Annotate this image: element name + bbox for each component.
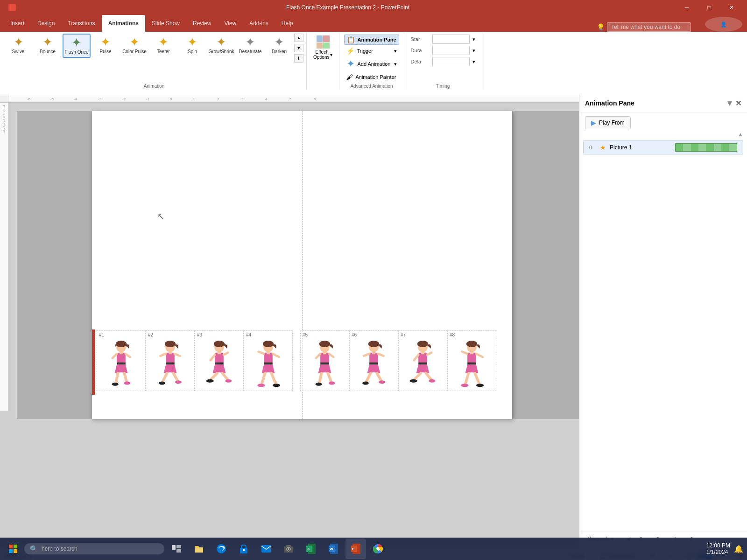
svg-rect-58 — [418, 362, 427, 364]
svg-point-44 — [329, 381, 335, 385]
tab-design[interactable]: Design — [31, 15, 61, 32]
figure-8[interactable]: #8 — [447, 330, 496, 391]
scroll-more-button[interactable]: ⬇ — [294, 54, 303, 63]
desaturate-icon: ✦ — [245, 36, 255, 48]
play-from-button[interactable]: ▶ Play From — [585, 116, 631, 129]
taskbar-camera[interactable] — [278, 539, 299, 559]
figure-2[interactable]: #2 — [146, 330, 195, 391]
svg-rect-82 — [261, 545, 271, 553]
start-input[interactable] — [432, 35, 470, 44]
svg-point-43 — [316, 382, 322, 385]
user-avatar: 👤 — [705, 17, 742, 32]
animation-painter-icon: 🖌 — [346, 73, 353, 81]
figure-6[interactable]: #6 — [349, 330, 398, 391]
animation-grow-shrink[interactable]: ✦ Grow/Shrink — [207, 34, 235, 57]
animation-swivel[interactable]: ✦ Swivel — [5, 34, 33, 57]
delay-input[interactable] — [432, 57, 470, 66]
figure-1-image — [103, 339, 140, 391]
svg-point-28 — [263, 341, 274, 347]
search-input[interactable] — [607, 22, 691, 32]
maximize-button[interactable]: □ — [698, 0, 720, 15]
taskbar-file-explorer[interactable] — [189, 539, 209, 559]
animation-spin[interactable]: ✦ Spin — [178, 34, 206, 57]
figure-3-num: #3 — [197, 332, 202, 337]
svg-point-85 — [288, 548, 289, 550]
taskbar-right: 12:00 PM1/1/2024 🔔 — [706, 542, 743, 555]
left-accent-bar — [92, 329, 95, 395]
figure-7[interactable]: #7 — [398, 330, 447, 391]
start-button[interactable] — [4, 539, 22, 558]
close-button[interactable]: ✕ — [721, 0, 742, 15]
tab-help[interactable]: Help — [275, 15, 300, 32]
tab-review[interactable]: Review — [186, 15, 218, 32]
tab-insert[interactable]: Insert — [4, 15, 31, 32]
svg-point-10 — [165, 341, 176, 347]
slide[interactable]: ↖ #1 — [92, 111, 512, 419]
spin-icon: ✦ — [187, 36, 197, 48]
taskbar-mail[interactable] — [256, 539, 276, 559]
trigger-icon: ⚡ — [346, 47, 354, 55]
darken-icon: ✦ — [274, 36, 284, 48]
add-animation-button[interactable]: ✦ Add Animation ▾ — [344, 57, 399, 71]
animation-teeter[interactable]: ✦ Teeter — [149, 34, 177, 57]
animation-flash-once[interactable]: ✦ Flash Once — [63, 34, 91, 58]
tab-addins[interactable]: Add-ins — [243, 15, 275, 32]
animation-darken[interactable]: ✦ Darken — [265, 34, 293, 57]
tab-slideshow[interactable]: Slide Show — [145, 15, 186, 32]
animation-item-1[interactable]: 0 ★ Picture 1 — [583, 140, 743, 154]
figure-3[interactable]: #3 — [195, 330, 244, 391]
animation-desaturate[interactable]: ✦ Desaturate — [236, 34, 264, 57]
title-bar: Flash Once Example Presentation 2 - Powe… — [0, 0, 747, 15]
effect-options-group: EffectOptions ▾ — [307, 33, 339, 90]
taskbar-store[interactable] — [233, 539, 254, 559]
scroll-down-button[interactable]: ▼ — [294, 44, 303, 52]
tab-animations[interactable]: Animations — [102, 15, 145, 32]
tab-view[interactable]: View — [218, 15, 243, 32]
anim-item-num: 0 — [589, 145, 596, 150]
minimize-button[interactable]: ─ — [676, 0, 698, 15]
tab-transitions[interactable]: Transitions — [61, 15, 101, 32]
figure-4[interactable]: #4 — [244, 330, 293, 391]
ribbon-toolbar: ✦ Swivel ✦ Bounce ✦ Flash Once ✦ Pulse ✦… — [0, 32, 747, 91]
animation-painter-button[interactable]: 🖌 Animation Painter — [344, 72, 399, 82]
add-animation-label: Add Animation — [357, 61, 390, 67]
window-controls: ─ □ ✕ — [676, 0, 742, 15]
advanced-animation-group-label: Advanced Animation — [342, 83, 401, 89]
teeter-label: Teeter — [157, 49, 170, 55]
taskbar-task-view[interactable] — [166, 539, 187, 559]
svg-point-34 — [257, 384, 265, 387]
figure-1[interactable]: #1 — [97, 330, 146, 391]
svg-point-64 — [466, 341, 477, 347]
figure-5[interactable]: #5 — [300, 330, 349, 391]
trigger-label: Trigger — [357, 48, 373, 54]
animation-color-pulse[interactable]: ✦ Color Pulse — [120, 34, 148, 57]
anim-pane-close-icon[interactable]: ✕ — [735, 99, 741, 108]
svg-line-59 — [414, 373, 421, 380]
taskbar-search-input[interactable] — [42, 546, 135, 552]
taskbar-search-icon: 🔍 — [30, 545, 38, 553]
anim-item-star-icon: ★ — [600, 144, 606, 151]
scroll-up-button[interactable]: ▲ — [294, 34, 303, 42]
taskbar-chrome[interactable] — [368, 539, 388, 559]
animation-pane-button[interactable]: 📋 Animation Pane — [344, 35, 399, 45]
animation-bounce[interactable]: ✦ Bounce — [34, 34, 62, 57]
taskbar-word[interactable]: W — [323, 539, 344, 559]
duration-input[interactable] — [432, 46, 470, 55]
svg-point-61 — [410, 379, 417, 382]
animation-pulse[interactable]: ✦ Pulse — [92, 34, 120, 57]
notification-icon[interactable]: 🔔 — [734, 545, 743, 553]
svg-rect-20 — [215, 352, 224, 363]
window-title: Flash Once Example Presentation 2 - Powe… — [20, 4, 676, 11]
taskbar-excel[interactable]: X — [301, 539, 321, 559]
svg-point-17 — [175, 380, 182, 384]
taskbar-edge[interactable] — [211, 539, 232, 559]
scroll-top-icon[interactable]: ▲ — [738, 131, 743, 138]
effect-options-button[interactable]: EffectOptions ▾ — [310, 34, 336, 62]
svg-rect-49 — [369, 362, 378, 364]
figure-7-num: #7 — [401, 332, 406, 337]
anim-pane-expand-icon[interactable]: ▾ — [727, 98, 732, 108]
timing-group-label: Timing — [407, 83, 479, 89]
taskbar-powerpoint[interactable]: P — [345, 539, 366, 559]
svg-rect-78 — [176, 549, 181, 553]
trigger-button[interactable]: ⚡ Trigger ▾ — [344, 46, 399, 56]
